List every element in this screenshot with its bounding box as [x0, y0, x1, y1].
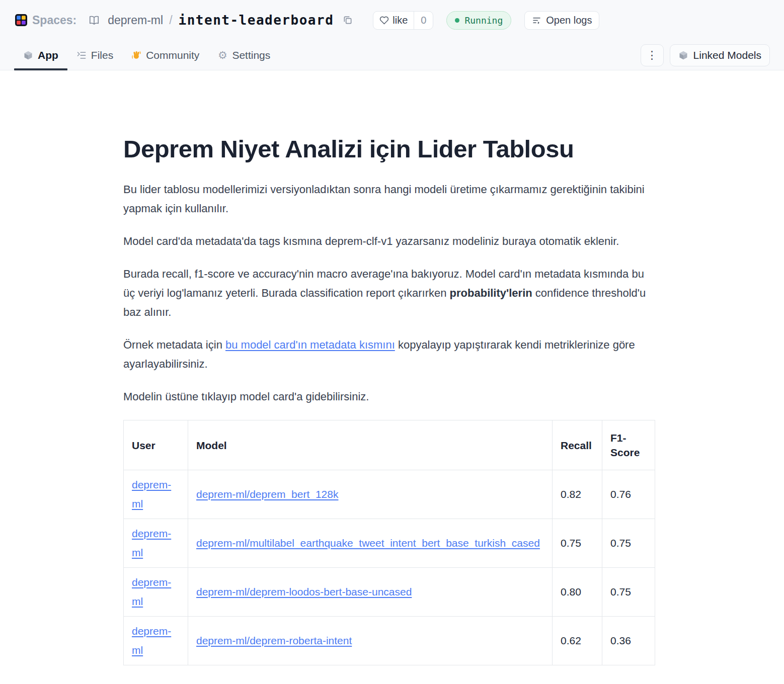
- recall-value: 0.82: [553, 470, 602, 519]
- column-header-recall: Recall: [553, 420, 602, 470]
- tab-bar: App Files Comm: [0, 40, 784, 70]
- tab-settings[interactable]: ⚙ Settings: [208, 40, 279, 70]
- intro-paragraph: Bu lider tablosu modellerimizi versiyonl…: [123, 180, 656, 218]
- example-text-start: Örnek metadata için: [123, 338, 225, 351]
- waving-hand-icon: [131, 50, 141, 60]
- linked-models-label: Linked Models: [693, 49, 761, 61]
- heart-icon: [379, 16, 389, 25]
- copy-space-name-button[interactable]: [343, 15, 354, 26]
- more-options-button[interactable]: ⋮: [641, 44, 664, 66]
- tab-community[interactable]: Community: [122, 40, 208, 70]
- tab-files[interactable]: Files: [67, 40, 122, 70]
- metrics-paragraph: Burada recall, f1-score ve accuracy'nin …: [123, 265, 656, 322]
- like-label: like: [393, 15, 408, 26]
- like-count[interactable]: 0: [414, 12, 433, 29]
- leaderboard-table: User Model Recall F1-Score deprem-ml dep…: [123, 420, 655, 665]
- example-metadata-paragraph: Örnek metadata için bu model card'ın met…: [123, 335, 656, 374]
- model-click-paragraph: Modelin üstüne tıklayıp model card'a gid…: [123, 387, 656, 406]
- model-link[interactable]: deprem-ml/multilabel_earthquake_tweet_in…: [196, 537, 540, 549]
- tab-bar-actions: ⋮ Linked Models: [641, 40, 770, 70]
- like-button-main: like: [373, 12, 414, 29]
- table-header-row: User Model Recall F1-Score: [124, 420, 655, 470]
- cube-icon: [678, 50, 688, 60]
- logs-icon: [532, 16, 541, 25]
- model-link[interactable]: deprem-ml/deprem-loodos-bert-base-uncase…: [196, 586, 412, 597]
- f1-value: 0.76: [602, 470, 655, 519]
- cube-icon: [23, 50, 33, 60]
- breadcrumb-separator: /: [169, 14, 172, 27]
- status-label: Running: [464, 15, 503, 26]
- open-logs-label: Open logs: [546, 15, 592, 26]
- tab-app-label: App: [38, 49, 58, 61]
- gear-icon: ⚙: [217, 50, 227, 60]
- status-badge-running[interactable]: Running: [446, 11, 511, 30]
- open-logs-button[interactable]: Open logs: [524, 11, 599, 30]
- kebab-icon: ⋮: [647, 50, 658, 61]
- table-row: deprem-ml deprem-ml/deprem_bert_128k 0.8…: [124, 470, 655, 519]
- column-header-user: User: [124, 420, 188, 470]
- model-card-metadata-link[interactable]: bu model card'ın metadata kısmını: [225, 338, 395, 351]
- column-header-f1: F1-Score: [602, 420, 655, 470]
- tab-files-label: Files: [91, 49, 113, 61]
- model-link[interactable]: deprem-ml/deprem-roberta-intent: [196, 635, 352, 646]
- status-dot-icon: [455, 18, 459, 23]
- recall-value: 0.62: [553, 617, 602, 665]
- copy-icon: [343, 15, 353, 25]
- book-icon: [89, 15, 100, 26]
- table-row: deprem-ml deprem-ml/deprem-loodos-bert-b…: [124, 568, 655, 617]
- table-row: deprem-ml deprem-ml/multilabel_earthquak…: [124, 519, 655, 568]
- user-link[interactable]: deprem-ml: [132, 528, 171, 558]
- spaces-label[interactable]: Spaces:: [32, 14, 76, 27]
- model-link[interactable]: deprem-ml/deprem_bert_128k: [196, 488, 338, 500]
- tags-paragraph: Model card'da metadata'da tags kısmına d…: [123, 232, 656, 251]
- f1-value: 0.75: [602, 519, 655, 568]
- user-link[interactable]: deprem-ml: [132, 576, 171, 607]
- tab-community-label: Community: [146, 49, 199, 61]
- top-bar: Spaces: deprem-ml / intent-leaderboard l…: [0, 0, 784, 40]
- app-content: Deprem Niyet Analizi için Lider Tablosu …: [123, 70, 656, 665]
- like-button[interactable]: like 0: [373, 11, 433, 30]
- file-tree-icon: [76, 50, 87, 60]
- f1-value: 0.75: [602, 568, 655, 617]
- metrics-text-bold: probability'lerin: [450, 287, 532, 299]
- user-link[interactable]: deprem-ml: [132, 625, 171, 656]
- breadcrumb-space-name-link[interactable]: intent-leaderboard: [179, 13, 334, 28]
- linked-models-button[interactable]: Linked Models: [670, 44, 770, 66]
- tab-bar-spacer: [279, 40, 640, 70]
- f1-value: 0.36: [602, 617, 655, 665]
- page-title: Deprem Niyet Analizi için Lider Tablosu: [123, 134, 656, 164]
- column-header-model: Model: [188, 420, 553, 470]
- user-link[interactable]: deprem-ml: [132, 479, 171, 509]
- table-row: deprem-ml deprem-ml/deprem-roberta-inten…: [124, 617, 655, 665]
- recall-value: 0.75: [553, 519, 602, 568]
- recall-value: 0.80: [553, 568, 602, 617]
- breadcrumb-owner-link[interactable]: deprem-ml: [108, 14, 163, 27]
- tab-app[interactable]: App: [14, 40, 67, 70]
- spaces-logo-icon: [15, 14, 27, 26]
- tab-settings-label: Settings: [232, 49, 270, 61]
